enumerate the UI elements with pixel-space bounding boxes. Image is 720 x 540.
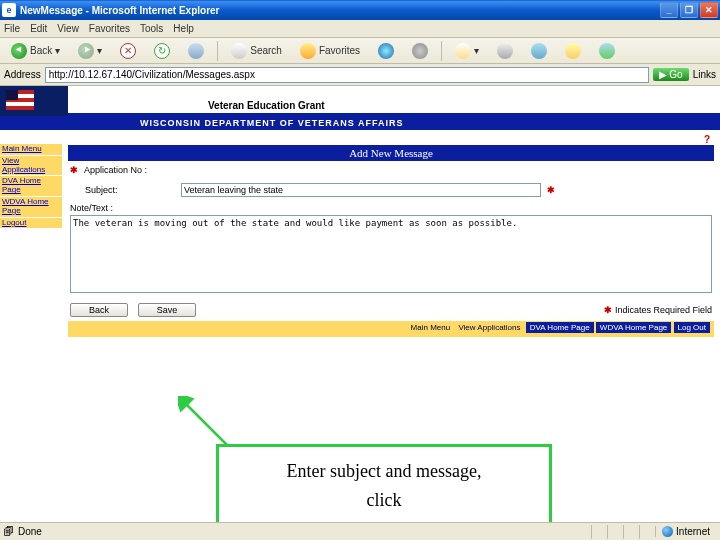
maximize-button[interactable]: ❐ bbox=[680, 2, 698, 18]
nav-view-applications[interactable]: View Applications bbox=[0, 156, 62, 176]
address-bar: Address ▶ Go Links bbox=[0, 64, 720, 86]
favorites-label: Favorites bbox=[319, 45, 360, 56]
callout-line2: click bbox=[227, 486, 541, 515]
forward-button[interactable]: ▾ bbox=[71, 40, 109, 62]
department-bar: WISCONSIN DEPARTMENT OF VETERANS AFFAIRS bbox=[0, 116, 720, 130]
foot-wdva[interactable]: WDVA Home Page bbox=[596, 322, 671, 333]
history-button[interactable] bbox=[405, 40, 435, 62]
close-button[interactable]: ✕ bbox=[700, 2, 718, 18]
row-application-no: ✱ Application No : bbox=[68, 161, 714, 179]
discuss-icon bbox=[565, 43, 581, 59]
nav-main-menu[interactable]: Main Menu bbox=[0, 144, 62, 155]
subject-input[interactable] bbox=[181, 183, 541, 197]
menu-edit[interactable]: Edit bbox=[30, 23, 47, 34]
required-icon: ✱ bbox=[547, 185, 555, 195]
nav-dva-home[interactable]: DVA Home Page bbox=[0, 176, 62, 196]
stop-icon: ✕ bbox=[120, 43, 136, 59]
go-label: Go bbox=[669, 69, 682, 80]
minimize-button[interactable]: _ bbox=[660, 2, 678, 18]
menu-tools[interactable]: Tools bbox=[140, 23, 163, 34]
refresh-icon: ↻ bbox=[154, 43, 170, 59]
menu-file[interactable]: File bbox=[4, 23, 20, 34]
search-label: Search bbox=[250, 45, 282, 56]
history-icon bbox=[412, 43, 428, 59]
flag-logo bbox=[0, 86, 68, 116]
help-link[interactable]: ? bbox=[68, 134, 714, 145]
footer-bar: Main Menu View Applications DVA Home Pag… bbox=[68, 321, 714, 334]
print-button[interactable] bbox=[490, 40, 520, 62]
menu-view[interactable]: View bbox=[57, 23, 79, 34]
separator bbox=[217, 41, 218, 61]
back-icon bbox=[11, 43, 27, 59]
main-area: Main Menu View Applications DVA Home Pag… bbox=[0, 130, 720, 337]
back-form-button[interactable]: Back bbox=[70, 303, 128, 317]
home-button[interactable] bbox=[181, 40, 211, 62]
messenger-icon bbox=[599, 43, 615, 59]
edit-icon bbox=[531, 43, 547, 59]
refresh-button[interactable]: ↻ bbox=[147, 40, 177, 62]
banner: Veteran Education Grant bbox=[0, 86, 720, 116]
search-icon bbox=[231, 43, 247, 59]
foot-logout[interactable]: Log Out bbox=[674, 322, 710, 333]
button-row: Back Save ✱ Indicates Required Field bbox=[68, 295, 714, 321]
menu-help[interactable]: Help bbox=[173, 23, 194, 34]
note-textarea[interactable] bbox=[70, 215, 712, 293]
row-subject: Subject: ✱ bbox=[68, 179, 714, 201]
toolbar: Back ▾ ▾ ✕ ↻ Search Favorites ▾ bbox=[0, 38, 720, 64]
print-icon bbox=[497, 43, 513, 59]
favorites-button[interactable]: Favorites bbox=[293, 40, 367, 62]
back-label: Back bbox=[30, 45, 52, 56]
menu-bar: File Edit View Favorites Tools Help bbox=[0, 20, 720, 38]
messenger-button[interactable] bbox=[592, 40, 622, 62]
star-icon bbox=[300, 43, 316, 59]
foot-dva[interactable]: DVA Home Page bbox=[526, 322, 594, 333]
globe-icon bbox=[662, 526, 673, 537]
note-label: Note/Text : bbox=[70, 201, 712, 215]
required-icon: ✱ bbox=[604, 305, 612, 315]
nav-wdva-home[interactable]: WDVA Home Page bbox=[0, 197, 62, 217]
footer-underline bbox=[68, 334, 714, 337]
home-icon bbox=[188, 43, 204, 59]
mail-icon bbox=[455, 43, 471, 59]
mail-button[interactable]: ▾ bbox=[448, 40, 486, 62]
subject-label: Subject: bbox=[85, 185, 175, 195]
back-button[interactable]: Back ▾ bbox=[4, 40, 67, 62]
media-button[interactable] bbox=[371, 40, 401, 62]
security-zone: Internet bbox=[655, 526, 716, 537]
required-text: Indicates Required Field bbox=[615, 305, 712, 315]
status-text: Done bbox=[14, 526, 591, 537]
address-label: Address bbox=[4, 69, 41, 80]
zone-label: Internet bbox=[676, 526, 710, 537]
page-content: Veteran Education Grant WISCONSIN DEPART… bbox=[0, 86, 720, 526]
foot-main[interactable]: Main Menu bbox=[408, 323, 454, 332]
window-titlebar: e NewMessage - Microsoft Internet Explor… bbox=[0, 0, 720, 20]
status-bar: 🗐 Done Internet bbox=[0, 522, 720, 540]
edit-button[interactable] bbox=[524, 40, 554, 62]
window-title: NewMessage - Microsoft Internet Explorer bbox=[20, 5, 660, 16]
page-title: Add New Message bbox=[68, 145, 714, 161]
forward-icon bbox=[78, 43, 94, 59]
app-label: Application No : bbox=[84, 165, 174, 175]
menu-favorites[interactable]: Favorites bbox=[89, 23, 130, 34]
required-icon: ✱ bbox=[70, 165, 78, 175]
required-message: ✱ Indicates Required Field bbox=[604, 305, 712, 315]
page-icon: 🗐 bbox=[4, 526, 14, 537]
save-button[interactable]: Save bbox=[138, 303, 196, 317]
foot-view[interactable]: View Applications bbox=[455, 323, 523, 332]
row-note: Note/Text : bbox=[68, 201, 714, 295]
go-button[interactable]: ▶ Go bbox=[653, 68, 688, 81]
svg-line-0 bbox=[184, 402, 228, 446]
links-label[interactable]: Links bbox=[693, 69, 716, 80]
callout-line1: Enter subject and message, bbox=[227, 457, 541, 486]
program-title: Veteran Education Grant bbox=[68, 86, 720, 116]
side-nav: Main Menu View Applications DVA Home Pag… bbox=[0, 134, 62, 337]
media-icon bbox=[378, 43, 394, 59]
stop-button[interactable]: ✕ bbox=[113, 40, 143, 62]
window-buttons: _ ❐ ✕ bbox=[660, 2, 718, 18]
address-input[interactable] bbox=[45, 67, 650, 83]
content-panel: ? Add New Message ✱ Application No : Sub… bbox=[68, 134, 714, 337]
discuss-button[interactable] bbox=[558, 40, 588, 62]
separator bbox=[441, 41, 442, 61]
search-button[interactable]: Search bbox=[224, 40, 289, 62]
nav-logout[interactable]: Logout bbox=[0, 218, 62, 229]
